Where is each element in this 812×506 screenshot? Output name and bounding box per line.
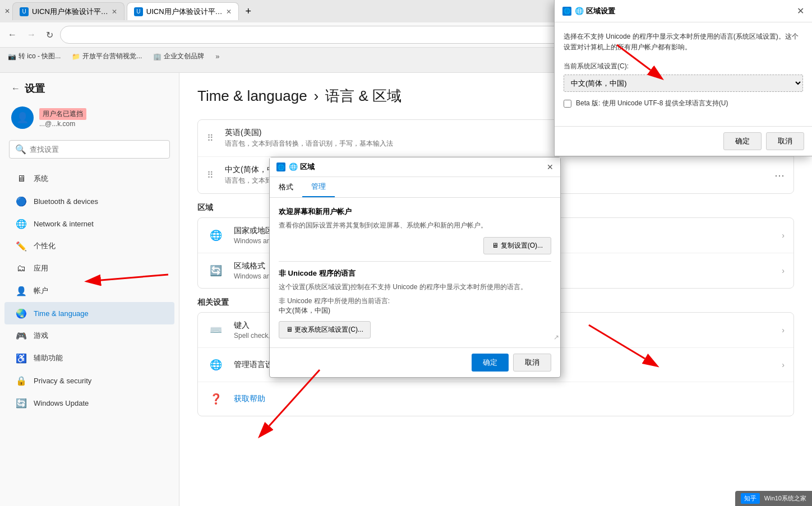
apps-icon: 🗂 (16, 263, 27, 274)
region-dialog-ok[interactable]: 确定 (472, 354, 509, 372)
bookmark-3[interactable]: 🏢 企业文创品牌 (150, 50, 207, 62)
country-arrow: › (782, 231, 785, 240)
region-dialog-close[interactable]: ✕ (547, 163, 553, 171)
rs-ok-button[interactable]: 确定 (723, 132, 762, 150)
forward-nav-button[interactable]: → (24, 27, 39, 42)
breadcrumb-current: 语言 & 区域 (325, 86, 402, 106)
country-icon: 🌐 (207, 226, 225, 244)
rs-cancel-button[interactable]: 取消 (766, 132, 804, 150)
region-dialog-title: 🌐 区域 (289, 162, 315, 172)
back-nav-button[interactable]: ← (4, 27, 20, 42)
sidebar-item-accounts-label: 帐户 (34, 286, 48, 296)
sidebar-item-time[interactable]: 🌏 Time & language (4, 302, 174, 324)
tab-1-label: UICN用户体验设计平… (32, 7, 108, 17)
user-email: ...@...k.com (39, 120, 86, 128)
sidebar-item-privacy[interactable]: 🔒 Privacy & security (4, 369, 174, 392)
help-title: 获取帮助 (234, 394, 785, 404)
new-tab-button[interactable]: + (241, 6, 256, 17)
rs-footer: 确定 取消 (555, 126, 812, 156)
search-icon: 🔍 (15, 144, 26, 155)
bookmarks-more-button[interactable]: » (212, 50, 223, 63)
help-icon: ❓ (207, 390, 225, 408)
current-lang-value: 中文(简体，中国) (279, 306, 551, 315)
rs-locale-select[interactable]: 中文(简体，中国) (564, 75, 803, 92)
bluetooth-icon: 🔵 (16, 196, 27, 207)
reload-button[interactable]: ↻ (43, 27, 57, 43)
rs-checkbox-row: Beta 版: 使用 Unicode UTF-8 提供全球语言支持(U) (564, 99, 803, 108)
tab-1-icon: U (20, 7, 29, 16)
external-link-button[interactable]: ↗ (551, 331, 561, 343)
bookmark-2-icon: 📁 (72, 53, 80, 61)
rs-close-button[interactable]: ✕ (797, 6, 804, 16)
rs-description: 选择在不支持 Unicode 的程序中显示文本时所使用的语言(系统区域设置)。这… (564, 31, 803, 53)
zhihu-label: 知乎 (741, 493, 760, 504)
region-dialog-body: 欢迎屏幕和新用户帐户 查看你的国际设置并将其复制到欢迎屏幕、系统帐户和新的用户帐… (270, 198, 560, 347)
sidebar-item-apps[interactable]: 🗂 应用 (4, 257, 174, 280)
help-content: 获取帮助 (234, 394, 785, 404)
tab-x-button-1[interactable]: ✕ (4, 7, 10, 15)
drag-handle-1[interactable]: ⠿ (207, 133, 214, 143)
bookmark-1-label: 转 ico - 快图... (19, 52, 61, 61)
rs-utf8-checkbox[interactable] (564, 100, 571, 108)
system-icon: 🖥 (16, 173, 27, 184)
sidebar-item-apps-label: 应用 (34, 263, 48, 273)
region-dialog-title-left: 🌐 🌐 区域 (276, 162, 315, 172)
bookmark-1[interactable]: 📷 转 ico - 快图... (4, 50, 64, 62)
settings-sidebar: ← 设置 👤 用户名已遮挡 ...@...k.com 🔍 🖥 系统 🔵 Blue… (0, 73, 179, 506)
breadcrumb-separator: › (314, 87, 319, 105)
sidebar-item-accounts[interactable]: 👤 帐户 (4, 280, 174, 302)
keyboard-icon: ⌨️ (207, 321, 225, 339)
rs-titlebar: 🌐 🌐 区域设置 ✕ (555, 0, 812, 22)
bookmark-3-label: 企业文创品牌 (164, 52, 204, 61)
win10-label: Win10系统之家 (764, 494, 806, 503)
lang-settings-arrow: › (782, 360, 785, 369)
privacy-icon: 🔒 (16, 375, 27, 386)
region-dialog-footer: 确定 取消 (270, 347, 560, 377)
regional-format-icon: 🔄 (207, 262, 225, 280)
chinese-lang-more[interactable]: ⋯ (774, 169, 785, 182)
sidebar-item-system[interactable]: 🖥 系统 (4, 168, 174, 190)
help-row[interactable]: ❓ 获取帮助 (198, 382, 793, 416)
accessibility-icon: ♿ (16, 352, 27, 364)
tab-1[interactable]: U UICN用户体验设计平… ✕ (12, 2, 124, 20)
bookmark-2-label: 开放平台营销视觉... (82, 52, 142, 61)
sidebar-item-system-label: 系统 (34, 174, 48, 184)
region-tab-format[interactable]: 格式 (270, 177, 302, 197)
sidebar-item-accessibility[interactable]: ♿ 辅助功能 (4, 347, 174, 369)
current-lang-label: 非 Unicode 程序中所使用的当前语言: (279, 296, 551, 306)
rs-field-label: 当前系统区域设置(C): (564, 62, 803, 71)
sidebar-item-privacy-label: Privacy & security (34, 377, 91, 385)
rs-icon: 🌐 (562, 7, 571, 16)
sidebar-item-gaming[interactable]: 🎮 游戏 (4, 324, 174, 347)
sidebar-nav: 🖥 系统 🔵 Bluetooth & devices 🌐 Network & i… (0, 163, 179, 419)
search-box: 🔍 (9, 140, 170, 159)
time-icon: 🌏 (16, 308, 27, 319)
region-settings-dialog: 🌐 🌐 区域设置 ✕ 选择在不支持 Unicode 的程序中显示文本时所使用的语… (554, 0, 812, 156)
bookmark-3-icon: 🏢 (153, 53, 162, 61)
region-dialog-cancel[interactable]: 取消 (513, 354, 551, 372)
rs-checkbox-label: Beta 版: 使用 Unicode UTF-8 提供全球语言支持(U) (576, 99, 728, 108)
sidebar-item-update[interactable]: 🔄 Windows Update (4, 392, 174, 414)
sidebar-item-time-label: Time & language (34, 309, 89, 318)
settings-back-button[interactable]: ← (11, 83, 20, 94)
search-input[interactable] (30, 145, 164, 154)
region-dialog-tabs: 格式 管理 (270, 177, 560, 198)
copy-settings-button[interactable]: 🖥 复制设置(O)... (483, 237, 551, 254)
network-icon: 🌐 (16, 218, 27, 229)
region-tab-manage[interactable]: 管理 (302, 177, 335, 197)
tab-2-close[interactable]: ✕ (226, 8, 232, 16)
welcome-section-title: 欢迎屏幕和新用户帐户 (279, 207, 551, 217)
sidebar-item-bluetooth[interactable]: 🔵 Bluetooth & devices (4, 190, 174, 212)
drag-handle-2[interactable]: ⠿ (207, 170, 214, 180)
tab-2-icon: U (134, 7, 143, 16)
change-system-locale-button[interactable]: 🖥 更改系统区域设置(C)... (279, 321, 371, 338)
breadcrumb-parent: Time & language (197, 87, 307, 105)
bookmark-1-icon: 📷 (8, 53, 16, 61)
sidebar-item-personalization[interactable]: ✏️ 个性化 (4, 235, 174, 257)
user-section: 👤 用户名已遮挡 ...@...k.com (0, 100, 179, 136)
tab-1-close[interactable]: ✕ (112, 8, 117, 16)
sidebar-item-network[interactable]: 🌐 Network & internet (4, 212, 174, 235)
bookmark-2[interactable]: 📁 开放平台营销视觉... (68, 50, 145, 62)
sidebar-item-accessibility-label: 辅助功能 (34, 353, 63, 363)
tab-2[interactable]: U UICN用户体验设计平… ✕ (127, 2, 239, 20)
